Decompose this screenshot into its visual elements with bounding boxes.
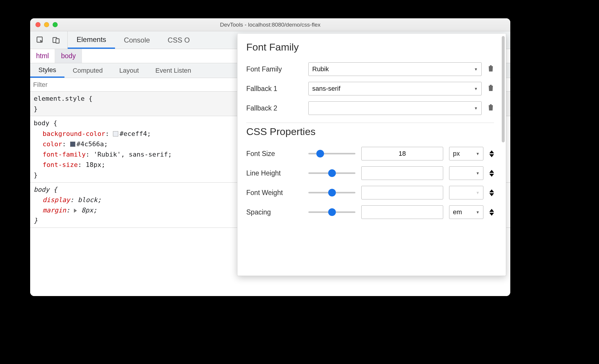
tab-elements-label: Elements	[77, 35, 106, 44]
css-prop: margin	[43, 207, 66, 214]
svg-rect-2	[56, 39, 59, 43]
color-swatch[interactable]	[70, 142, 75, 147]
step-down-icon[interactable]	[489, 213, 494, 216]
chevron-down-icon: ▼	[474, 87, 478, 91]
breadcrumb-html[interactable]: html	[30, 49, 55, 63]
popup-scrollbar[interactable]	[502, 36, 505, 142]
popup-content: Font Family Font Family Rubik ▼ Fallback…	[237, 34, 506, 228]
font-family-heading: Font Family	[246, 41, 494, 53]
delete-fallback1-icon[interactable]	[488, 84, 494, 93]
tab-console[interactable]: Console	[115, 31, 159, 49]
spacing-label: Spacing	[246, 208, 302, 216]
breadcrumb-body-label: body	[61, 52, 76, 60]
fallback1-value: sans-serif	[312, 85, 340, 92]
line-height-input[interactable]	[361, 166, 443, 180]
spacing-input[interactable]	[361, 205, 443, 219]
slider-thumb[interactable]	[328, 208, 336, 216]
spacing-row: Spacing em ▼	[246, 202, 494, 222]
line-height-unit-select[interactable]: ▼	[449, 166, 483, 180]
font-size-unit-select[interactable]: px ▼	[449, 147, 483, 160]
font-weight-label: Font Weight	[246, 189, 302, 197]
css-val: 8px	[81, 207, 93, 214]
spacing-stepper[interactable]	[489, 209, 494, 216]
subtab-computed[interactable]: Computed	[64, 63, 111, 78]
breadcrumb-html-label: html	[36, 52, 49, 60]
line-height-row: Line Height ▼	[246, 163, 494, 183]
font-editor-popup: Font Family Font Family Rubik ▼ Fallback…	[237, 34, 506, 276]
chevron-down-icon: ▼	[476, 152, 480, 156]
font-size-label: Font Size	[246, 150, 302, 158]
color-swatch[interactable]	[113, 131, 118, 136]
font-family-row: Font Family Rubik ▼	[246, 59, 494, 79]
fallback2-row: Fallback 2 ▼	[246, 98, 494, 118]
devtools-window: DevTools - localhost:8080/demo/css-flex …	[30, 18, 510, 296]
font-size-input[interactable]	[361, 147, 443, 160]
breadcrumb-body[interactable]: body	[55, 49, 82, 63]
subtab-event-listeners[interactable]: Event Listen	[147, 63, 200, 78]
line-height-label: Line Height	[246, 169, 302, 177]
css-prop: background-color	[43, 130, 105, 137]
step-down-icon[interactable]	[489, 193, 494, 196]
chevron-down-icon: ▼	[476, 191, 480, 195]
delete-fallback2-icon[interactable]	[488, 103, 494, 113]
maximize-window-button[interactable]	[53, 22, 58, 27]
font-size-slider[interactable]	[308, 150, 355, 157]
step-down-icon[interactable]	[489, 174, 494, 177]
fallback1-select[interactable]: sans-serif ▼	[308, 82, 482, 95]
selector-text: body	[34, 186, 49, 193]
subtab-computed-label: Computed	[73, 67, 103, 74]
subtab-styles-label: Styles	[38, 66, 56, 74]
tab-elements[interactable]: Elements	[68, 31, 115, 49]
css-prop: font-family	[43, 151, 86, 158]
device-toggle-icon[interactable]	[52, 36, 60, 44]
line-height-slider[interactable]	[308, 170, 355, 177]
css-properties-heading: CSS Properties	[246, 126, 494, 137]
step-up-icon[interactable]	[489, 209, 494, 212]
selector-text: element.style	[34, 95, 85, 102]
spacing-unit-select[interactable]: em ▼	[449, 205, 483, 219]
minimize-window-button[interactable]	[44, 22, 49, 27]
subtab-styles[interactable]: Styles	[30, 63, 64, 78]
slider-thumb[interactable]	[328, 189, 336, 196]
fallback2-select[interactable]: ▼	[308, 101, 482, 115]
css-prop: color	[43, 140, 62, 148]
font-weight-slider[interactable]	[308, 189, 355, 196]
traffic-lights	[30, 22, 58, 27]
slider-thumb[interactable]	[328, 169, 336, 177]
inspect-element-icon[interactable]	[36, 36, 44, 44]
tab-css-overview[interactable]: CSS O	[159, 31, 199, 49]
font-size-stepper[interactable]	[489, 150, 494, 157]
chevron-down-icon: ▼	[474, 67, 478, 72]
titlebar: DevTools - localhost:8080/demo/css-flex	[30, 18, 510, 31]
fallback2-label: Fallback 2	[246, 104, 302, 112]
step-up-icon[interactable]	[489, 170, 494, 173]
delete-font-family-icon[interactable]	[488, 64, 494, 74]
font-weight-input[interactable]	[361, 186, 443, 199]
tab-css-overview-label: CSS O	[168, 36, 190, 44]
step-down-icon[interactable]	[489, 154, 494, 157]
step-up-icon[interactable]	[489, 189, 494, 192]
subtab-layout[interactable]: Layout	[111, 63, 147, 78]
font-family-select[interactable]: Rubik ▼	[308, 62, 482, 76]
main-tabs: Elements Console CSS O	[68, 31, 199, 49]
chevron-down-icon: ▼	[474, 106, 478, 110]
window-title: DevTools - localhost:8080/demo/css-flex	[30, 22, 510, 28]
font-weight-unit-select[interactable]: ▼	[449, 186, 483, 199]
line-height-stepper[interactable]	[489, 170, 494, 177]
expand-shorthand-icon[interactable]	[74, 209, 77, 213]
close-window-button[interactable]	[35, 22, 41, 27]
spacing-slider[interactable]	[308, 209, 355, 216]
css-val: #4c566a	[77, 140, 104, 148]
slider-track	[308, 153, 355, 155]
slider-thumb[interactable]	[316, 150, 324, 157]
toolbar-left	[30, 31, 68, 49]
step-up-icon[interactable]	[489, 150, 494, 153]
font-family-label: Font Family	[246, 65, 302, 73]
css-val: 'Rubik', sans-serif	[93, 151, 168, 158]
subtab-event-listeners-label: Event Listen	[156, 67, 191, 74]
fallback1-row: Fallback 1 sans-serif ▼	[246, 79, 494, 98]
tab-console-label: Console	[124, 36, 150, 44]
font-size-row: Font Size px ▼	[246, 144, 494, 163]
font-family-value: Rubik	[312, 65, 329, 73]
font-weight-stepper[interactable]	[489, 189, 494, 196]
